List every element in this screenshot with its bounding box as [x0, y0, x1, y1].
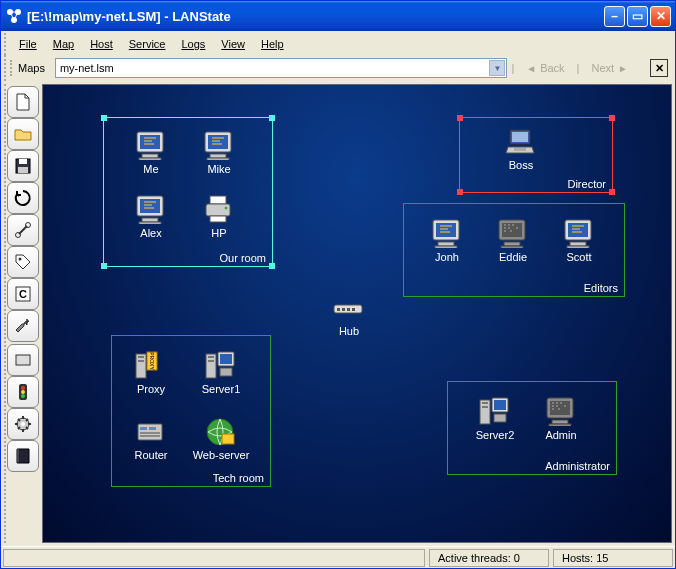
group-label-tech-room: Tech room — [213, 472, 264, 484]
group-label-editors: Editors — [584, 282, 618, 294]
menu-map[interactable]: Map — [46, 36, 81, 52]
status-active-threads: Active threads: 0 — [429, 549, 549, 567]
menu-file[interactable]: File — [12, 36, 44, 52]
dropdown-arrow-icon: ▼ — [489, 60, 505, 76]
tool-tag[interactable] — [7, 246, 39, 278]
node-proxy[interactable]: Proxy — [123, 349, 179, 395]
svg-point-55 — [21, 422, 25, 426]
menu-host[interactable]: Host — [83, 36, 120, 52]
svg-rect-42 — [19, 159, 27, 164]
node-router[interactable]: Router — [123, 415, 179, 461]
node-alex[interactable]: Alex — [123, 193, 179, 239]
close-button[interactable]: ✕ — [650, 6, 671, 27]
current-map-name: my-net.lsm — [60, 62, 114, 74]
app-icon — [5, 7, 23, 25]
menu-help[interactable]: Help — [254, 36, 291, 52]
node-webserver[interactable]: Web-server — [193, 415, 249, 461]
main-window: [E:\!map\my-net.LSM] - LANState – ▭ ✕ Fi… — [0, 0, 676, 569]
node-me[interactable]: Me — [123, 129, 179, 175]
back-button[interactable]: ◄Back — [518, 60, 572, 76]
menu-view[interactable]: View — [214, 36, 252, 52]
tool-palette: C — [4, 84, 40, 543]
svg-rect-49 — [16, 355, 30, 365]
group-label-our-room: Our room — [220, 252, 266, 264]
tool-book[interactable] — [7, 440, 39, 472]
maps-label: Maps — [10, 60, 51, 76]
tool-traffic[interactable] — [7, 376, 39, 408]
node-jonh[interactable]: Jonh — [419, 217, 475, 263]
map-selector-dropdown[interactable]: my-net.lsm ▼ — [55, 58, 507, 78]
status-empty — [3, 549, 425, 567]
node-admin[interactable]: Admin — [533, 395, 589, 441]
tool-copyright[interactable]: C — [7, 278, 39, 310]
status-hosts: Hosts: 15 — [553, 549, 673, 567]
tool-rect[interactable] — [7, 344, 39, 376]
node-mike[interactable]: Mike — [191, 129, 247, 175]
group-label-administrator: Administrator — [545, 460, 610, 472]
tool-wrench[interactable] — [7, 310, 39, 342]
maximize-button[interactable]: ▭ — [627, 6, 648, 27]
menubar: File Map Host Service Logs View Help — [4, 33, 672, 55]
svg-point-52 — [21, 390, 25, 394]
svg-point-53 — [21, 394, 25, 398]
tool-refresh[interactable] — [7, 182, 39, 214]
node-server1[interactable]: Server1 — [193, 349, 249, 395]
svg-point-44 — [16, 233, 21, 238]
svg-point-51 — [21, 386, 25, 390]
maps-toolbar: Maps my-net.lsm ▼ | ◄Back | Next► ✕ — [4, 55, 672, 81]
tool-gear[interactable] — [7, 408, 39, 440]
titlebar: [E:\!map\my-net.LSM] - LANState – ▭ ✕ — [1, 1, 675, 31]
node-hp[interactable]: HP — [191, 193, 247, 239]
node-hub[interactable]: Hub — [321, 291, 377, 337]
minimize-button[interactable]: – — [604, 6, 625, 27]
tool-link[interactable] — [7, 214, 39, 246]
node-boss[interactable]: Boss — [493, 125, 549, 171]
network-canvas[interactable]: Our room Me Mike Alex HP Director Boss E… — [42, 84, 672, 543]
node-scott[interactable]: Scott — [551, 217, 607, 263]
group-label-director: Director — [567, 178, 606, 190]
svg-rect-43 — [18, 167, 28, 173]
statusbar: Active threads: 0 Hosts: 15 — [1, 546, 675, 568]
node-eddie[interactable]: Eddie — [485, 217, 541, 263]
close-panel-button[interactable]: ✕ — [650, 59, 668, 77]
svg-point-45 — [26, 223, 31, 228]
tool-save[interactable] — [7, 150, 39, 182]
tool-file[interactable] — [7, 86, 39, 118]
svg-point-46 — [19, 258, 22, 261]
next-button[interactable]: Next► — [583, 60, 636, 76]
node-server2[interactable]: Server2 — [467, 395, 523, 441]
tool-open[interactable] — [7, 118, 39, 150]
svg-text:C: C — [19, 288, 27, 300]
window-title: [E:\!map\my-net.LSM] - LANState — [27, 9, 604, 24]
menu-service[interactable]: Service — [122, 36, 173, 52]
menu-logs[interactable]: Logs — [174, 36, 212, 52]
